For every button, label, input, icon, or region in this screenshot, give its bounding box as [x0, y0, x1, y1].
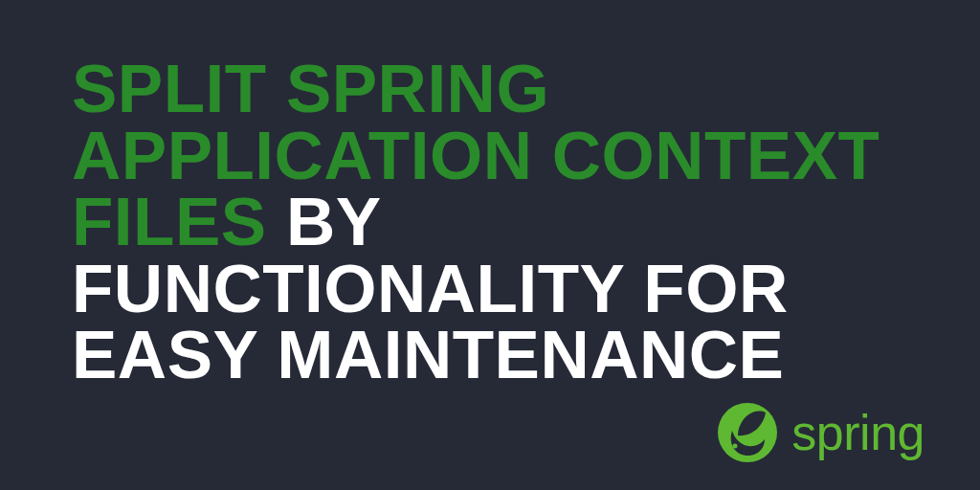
- spring-logo: spring: [717, 402, 924, 463]
- spring-logo-text: spring: [791, 404, 924, 461]
- headline-emphasis: Split Spring Application Context Files: [72, 51, 880, 259]
- spring-leaf-icon: [717, 402, 778, 463]
- headline: Split Spring Application Context Files b…: [72, 56, 903, 389]
- svg-point-1: [733, 444, 738, 449]
